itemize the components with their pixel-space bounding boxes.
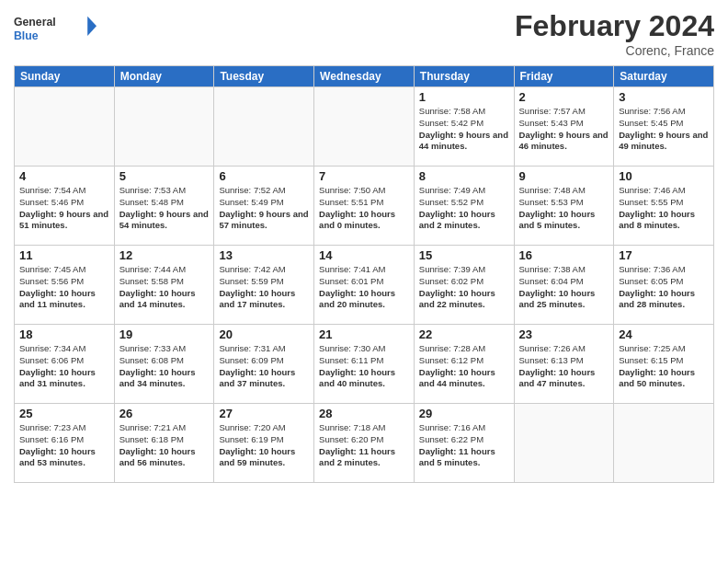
date-number: 29 — [419, 407, 509, 420]
week-row-4: 18Sunrise: 7:34 AMSunset: 6:06 PMDayligh… — [15, 325, 714, 404]
date-number: 9 — [519, 169, 609, 183]
date-number: 16 — [519, 248, 609, 262]
cal-cell: 12Sunrise: 7:44 AMSunset: 5:58 PMDayligh… — [114, 246, 214, 325]
cell-info: Sunrise: 7:48 AMSunset: 5:53 PMDaylight:… — [519, 185, 609, 232]
cell-info: Sunrise: 7:31 AMSunset: 6:09 PMDaylight:… — [219, 343, 309, 390]
date-number: 21 — [319, 327, 409, 341]
cell-info: Sunrise: 7:28 AMSunset: 6:12 PMDaylight:… — [419, 343, 509, 390]
cal-cell — [314, 87, 415, 167]
cell-info: Sunrise: 7:44 AMSunset: 5:58 PMDaylight:… — [119, 264, 210, 311]
cal-cell: 13Sunrise: 7:42 AMSunset: 5:59 PMDayligh… — [214, 246, 314, 325]
col-wednesday: Wednesday — [314, 66, 415, 87]
header-row: Sunday Monday Tuesday Wednesday Thursday… — [15, 66, 714, 87]
col-sunday: Sunday — [15, 66, 115, 87]
cal-cell: 14Sunrise: 7:41 AMSunset: 6:01 PMDayligh… — [314, 246, 415, 325]
date-number: 18 — [19, 327, 109, 341]
col-monday: Monday — [114, 66, 214, 87]
cell-info: Sunrise: 7:34 AMSunset: 6:06 PMDaylight:… — [19, 343, 109, 390]
cell-info: Sunrise: 7:42 AMSunset: 5:59 PMDaylight:… — [219, 264, 309, 311]
cal-cell: 28Sunrise: 7:18 AMSunset: 6:20 PMDayligh… — [314, 404, 415, 483]
date-number: 1 — [419, 90, 509, 104]
cal-cell: 19Sunrise: 7:33 AMSunset: 6:08 PMDayligh… — [114, 325, 214, 404]
date-number: 13 — [219, 248, 309, 262]
cal-cell: 4Sunrise: 7:54 AMSunset: 5:46 PMDaylight… — [15, 167, 115, 246]
date-number: 22 — [419, 327, 509, 341]
cal-cell: 24Sunrise: 7:25 AMSunset: 6:15 PMDayligh… — [614, 325, 714, 404]
cal-cell: 7Sunrise: 7:50 AMSunset: 5:51 PMDaylight… — [314, 167, 415, 246]
cal-cell: 21Sunrise: 7:30 AMSunset: 6:11 PMDayligh… — [314, 325, 415, 404]
week-row-2: 4Sunrise: 7:54 AMSunset: 5:46 PMDaylight… — [15, 167, 714, 246]
cell-info: Sunrise: 7:18 AMSunset: 6:20 PMDaylight:… — [319, 422, 409, 469]
cal-cell: 1Sunrise: 7:58 AMSunset: 5:42 PMDaylight… — [414, 87, 514, 167]
cal-cell — [614, 404, 714, 483]
cell-info: Sunrise: 7:36 AMSunset: 6:05 PMDaylight:… — [619, 264, 709, 311]
cell-info: Sunrise: 7:21 AMSunset: 6:18 PMDaylight:… — [119, 422, 210, 469]
cal-cell: 11Sunrise: 7:45 AMSunset: 5:56 PMDayligh… — [15, 246, 115, 325]
cal-cell — [15, 87, 115, 167]
cal-cell: 29Sunrise: 7:16 AMSunset: 6:22 PMDayligh… — [414, 404, 514, 483]
cell-info: Sunrise: 7:25 AMSunset: 6:15 PMDaylight:… — [619, 343, 709, 390]
location: Corenc, France — [515, 43, 714, 58]
cal-cell: 16Sunrise: 7:38 AMSunset: 6:04 PMDayligh… — [514, 246, 614, 325]
date-number: 5 — [119, 169, 210, 183]
col-saturday: Saturday — [614, 66, 714, 87]
date-number: 19 — [119, 327, 210, 341]
cell-info: Sunrise: 7:52 AMSunset: 5:49 PMDaylight:… — [219, 185, 309, 232]
date-number: 2 — [519, 90, 609, 104]
page-header: General Blue February 2024 Corenc, Franc… — [14, 9, 714, 58]
cell-info: Sunrise: 7:46 AMSunset: 5:55 PMDaylight:… — [619, 185, 709, 232]
date-number: 11 — [19, 248, 109, 262]
date-number: 15 — [419, 248, 509, 262]
cal-cell: 17Sunrise: 7:36 AMSunset: 6:05 PMDayligh… — [614, 246, 714, 325]
cal-cell: 25Sunrise: 7:23 AMSunset: 6:16 PMDayligh… — [15, 404, 115, 483]
cell-info: Sunrise: 7:54 AMSunset: 5:46 PMDaylight:… — [19, 185, 109, 232]
cal-cell: 23Sunrise: 7:26 AMSunset: 6:13 PMDayligh… — [514, 325, 614, 404]
date-number: 23 — [519, 327, 609, 341]
logo: General Blue — [14, 9, 97, 46]
cal-cell: 20Sunrise: 7:31 AMSunset: 6:09 PMDayligh… — [214, 325, 314, 404]
cal-cell: 10Sunrise: 7:46 AMSunset: 5:55 PMDayligh… — [614, 167, 714, 246]
cell-info: Sunrise: 7:56 AMSunset: 5:45 PMDaylight:… — [619, 106, 709, 153]
cell-info: Sunrise: 7:53 AMSunset: 5:48 PMDaylight:… — [119, 185, 210, 232]
cal-cell: 27Sunrise: 7:20 AMSunset: 6:19 PMDayligh… — [214, 404, 314, 483]
cal-cell: 22Sunrise: 7:28 AMSunset: 6:12 PMDayligh… — [414, 325, 514, 404]
cal-cell: 26Sunrise: 7:21 AMSunset: 6:18 PMDayligh… — [114, 404, 214, 483]
cal-cell — [114, 87, 214, 167]
date-number: 6 — [219, 169, 309, 183]
cell-info: Sunrise: 7:57 AMSunset: 5:43 PMDaylight:… — [519, 106, 609, 153]
cell-info: Sunrise: 7:49 AMSunset: 5:52 PMDaylight:… — [419, 185, 509, 232]
cell-info: Sunrise: 7:50 AMSunset: 5:51 PMDaylight:… — [319, 185, 409, 232]
date-number: 26 — [119, 407, 210, 420]
date-number: 17 — [619, 248, 709, 262]
date-number: 4 — [19, 169, 109, 183]
date-number: 27 — [219, 407, 309, 420]
date-number: 25 — [19, 407, 109, 420]
date-number: 12 — [119, 248, 210, 262]
calendar-table: Sunday Monday Tuesday Wednesday Thursday… — [14, 65, 714, 483]
cal-cell: 5Sunrise: 7:53 AMSunset: 5:48 PMDaylight… — [114, 167, 214, 246]
date-number: 10 — [619, 169, 709, 183]
cell-info: Sunrise: 7:38 AMSunset: 6:04 PMDaylight:… — [519, 264, 609, 311]
cal-cell: 2Sunrise: 7:57 AMSunset: 5:43 PMDaylight… — [514, 87, 614, 167]
date-number: 24 — [619, 327, 709, 341]
cell-info: Sunrise: 7:23 AMSunset: 6:16 PMDaylight:… — [19, 422, 109, 469]
week-row-3: 11Sunrise: 7:45 AMSunset: 5:56 PMDayligh… — [15, 246, 714, 325]
cal-cell — [514, 404, 614, 483]
week-row-5: 25Sunrise: 7:23 AMSunset: 6:16 PMDayligh… — [15, 404, 714, 483]
week-row-1: 1Sunrise: 7:58 AMSunset: 5:42 PMDaylight… — [15, 87, 714, 167]
date-number: 8 — [419, 169, 509, 183]
date-number: 3 — [619, 90, 709, 104]
month-title: February 2024 — [515, 9, 714, 43]
cal-cell — [214, 87, 314, 167]
cell-info: Sunrise: 7:16 AMSunset: 6:22 PMDaylight:… — [419, 422, 509, 469]
cell-info: Sunrise: 7:26 AMSunset: 6:13 PMDaylight:… — [519, 343, 609, 390]
date-number: 28 — [319, 407, 409, 420]
cal-cell: 15Sunrise: 7:39 AMSunset: 6:02 PMDayligh… — [414, 246, 514, 325]
cell-info: Sunrise: 7:58 AMSunset: 5:42 PMDaylight:… — [419, 106, 509, 153]
svg-marker-2 — [87, 17, 97, 36]
logo-icon: General Blue — [14, 9, 97, 46]
title-block: February 2024 Corenc, France — [515, 9, 714, 58]
cell-info: Sunrise: 7:33 AMSunset: 6:08 PMDaylight:… — [119, 343, 210, 390]
cal-cell: 9Sunrise: 7:48 AMSunset: 5:53 PMDaylight… — [514, 167, 614, 246]
col-friday: Friday — [514, 66, 614, 87]
